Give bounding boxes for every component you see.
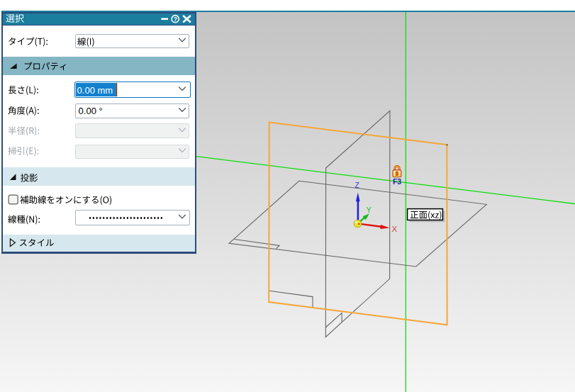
svg-text:0.00 mm: 0.00 mm xyxy=(77,85,113,96)
svg-text:0.00 °: 0.00 ° xyxy=(79,106,103,116)
svg-text:?: ? xyxy=(174,16,177,23)
